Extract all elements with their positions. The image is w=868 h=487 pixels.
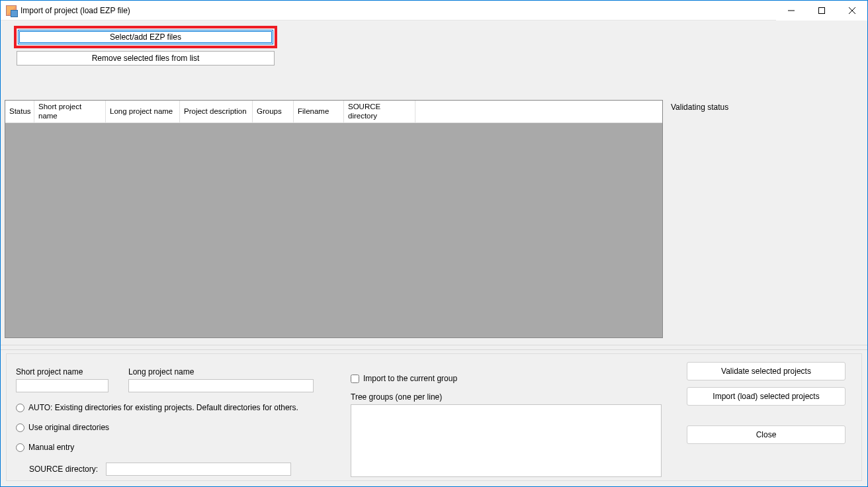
col-status[interactable]: Status — [5, 101, 34, 122]
validate-button[interactable]: Validate selected projects — [687, 362, 846, 380]
col-groups[interactable]: Groups — [253, 101, 294, 122]
app-icon — [6, 5, 17, 16]
highlight-frame: Select/add EZP files — [14, 26, 277, 48]
short-project-name-input[interactable] — [16, 379, 108, 392]
splitter[interactable] — [1, 345, 867, 350]
remove-selected-files-button[interactable]: Remove selected files from list — [17, 51, 275, 66]
col-filename[interactable]: Filename — [294, 101, 344, 122]
radio-auto-label: AUTO: Existing directories for existing … — [28, 403, 298, 412]
radio-original[interactable] — [16, 423, 24, 432]
import-current-group-label: Import to the current group — [363, 374, 457, 383]
col-long-name[interactable]: Long project name — [106, 101, 180, 122]
short-project-name-label: Short project name — [16, 367, 108, 376]
content-area: Select/add EZP files Remove selected fil… — [1, 21, 867, 486]
long-project-name-input[interactable] — [128, 379, 314, 392]
col-description[interactable]: Project description — [180, 101, 253, 122]
minimize-button[interactable] — [776, 1, 806, 21]
svg-rect-1 — [819, 7, 825, 13]
select-add-files-button[interactable]: Select/add EZP files — [18, 30, 273, 44]
radio-manual[interactable] — [16, 443, 24, 452]
radio-original-label: Use original directories — [28, 423, 109, 432]
col-short-name[interactable]: Short project name — [34, 101, 106, 122]
project-form: Short project name Long project name AUT… — [7, 354, 344, 480]
action-buttons: Validate selected projects Import (load)… — [676, 354, 861, 480]
radio-manual-label: Manual entry — [28, 443, 74, 452]
radio-auto[interactable] — [16, 404, 24, 412]
import-button[interactable]: Import (load) selected projects — [687, 387, 846, 406]
tree-groups-textarea[interactable] — [351, 404, 662, 477]
source-dir-input[interactable] — [106, 463, 291, 476]
groups-area: Import to the current group Tree groups … — [344, 354, 676, 480]
window-title: Import of project (load EZP file) — [21, 6, 130, 15]
import-current-group-checkbox[interactable] — [351, 375, 359, 383]
grid-header: Status Short project name Long project n… — [5, 101, 662, 123]
files-grid[interactable]: Status Short project name Long project n… — [5, 100, 663, 338]
top-buttons: Select/add EZP files Remove selected fil… — [14, 26, 277, 66]
main-row: Status Short project name Long project n… — [5, 100, 863, 338]
source-dir-label: SOURCE directory: — [29, 465, 98, 474]
tree-groups-label: Tree groups (one per line) — [351, 392, 670, 402]
long-project-name-label: Long project name — [128, 367, 314, 376]
titlebar: Import of project (load EZP file) — [1, 1, 867, 21]
col-source-dir[interactable]: SOURCE directory — [344, 101, 415, 122]
maximize-button[interactable] — [806, 1, 837, 21]
bottom-panel: Short project name Long project name AUT… — [6, 353, 862, 481]
validating-status-panel: Validating status — [667, 100, 863, 338]
validating-status-label: Validating status — [671, 103, 728, 112]
close-window-button[interactable] — [837, 1, 867, 21]
close-button[interactable]: Close — [687, 425, 846, 444]
